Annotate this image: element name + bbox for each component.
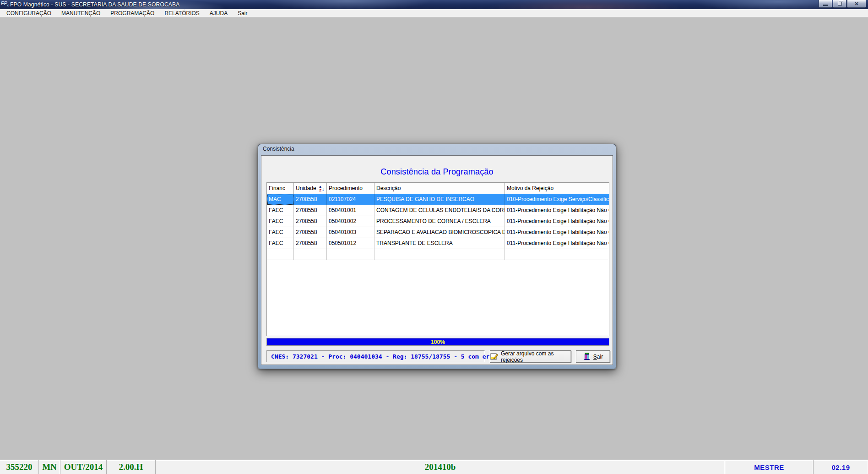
rejections-grid: Financ UnidadeAZ↓ Procedimento Descrição… — [266, 182, 609, 336]
menu-manutencao[interactable]: MANUTENÇÃO — [56, 9, 105, 17]
table-row[interactable]: FAEC 2708558 050501012 TRANSPLANTE DE ES… — [267, 238, 609, 249]
generate-file-icon — [490, 353, 498, 360]
consistencia-dialog: Consistência Consistência da Programação… — [258, 144, 616, 369]
grid-header-row: Financ UnidadeAZ↓ Procedimento Descrição… — [267, 183, 609, 194]
menu-sair[interactable]: Sair — [233, 9, 252, 17]
status-bar: 355220 MN OUT/2014 2.00.H 201410b MESTRE… — [0, 460, 868, 474]
progress-gauge: 100% — [266, 338, 609, 346]
col-unidade[interactable]: UnidadeAZ↓ — [294, 183, 327, 194]
table-row[interactable]: FAEC 2708558 050401002 PROCESSAMENTO DE … — [267, 216, 609, 227]
statusbar-user: MESTRE — [725, 460, 814, 474]
exit-button[interactable]: Sair — [576, 350, 610, 363]
restore-icon — [838, 2, 842, 5]
statusbar-period: OUT/2014 — [60, 460, 107, 474]
generate-rejections-file-button[interactable]: Gerar arquivo com as rejeições — [490, 350, 571, 363]
close-icon: ✕ — [854, 1, 858, 6]
col-descricao[interactable]: Descrição — [374, 183, 505, 194]
table-row[interactable]: MAC 2708558 021107024 PESQUISA DE GANHO … — [267, 194, 609, 205]
statusbar-file: 201410b — [156, 460, 725, 474]
close-button[interactable]: ✕ — [847, 0, 866, 8]
window-titlebar: FPo FPO Magnético - SUS - SECRETARIA DA … — [0, 0, 868, 9]
table-row-empty[interactable] — [267, 249, 609, 260]
menu-configuracao[interactable]: CONFIGURAÇÃO — [1, 9, 56, 17]
generate-button-label: Gerar arquivo com as rejeições — [501, 350, 571, 363]
client-area: Consistência Consistência da Programação… — [0, 17, 868, 460]
minimize-button[interactable] — [819, 0, 832, 8]
progress-label: 100% — [267, 338, 609, 346]
statusbar-municipality-code: 355220 — [0, 460, 39, 474]
sort-az-icon: AZ↓ — [319, 185, 325, 192]
dialog-body: Consistência da Programação Financ Unida… — [261, 155, 613, 365]
window-controls: ✕ — [818, 0, 866, 8]
exit-button-label: Sair — [593, 354, 603, 360]
col-procedimento[interactable]: Procedimento — [327, 183, 374, 194]
col-financ[interactable]: Financ — [267, 183, 294, 194]
cnes-status-panel: CNES: 7327021 - Proc: 040401034 - Reg: 1… — [266, 350, 485, 362]
window-title: FPO Magnético - SUS - SECRETARIA DA SAUD… — [10, 0, 179, 9]
cnes-status-text: CNES: 7327021 - Proc: 040401034 - Reg: 1… — [271, 353, 497, 360]
menu-ajuda[interactable]: AJUDA — [205, 9, 233, 17]
dialog-heading: Consistência da Programação — [261, 167, 613, 177]
menu-programacao[interactable]: PROGRAMAÇÃO — [105, 9, 159, 17]
table-row[interactable]: FAEC 2708558 050401003 SEPARACAO E AVALI… — [267, 227, 609, 238]
statusbar-mode: MN — [39, 460, 60, 474]
exit-door-icon — [583, 353, 591, 360]
col-motivo[interactable]: Motivo da Rejeição — [505, 183, 609, 194]
dialog-title: Consistência — [263, 146, 294, 152]
statusbar-version-hours: 2.00.H — [107, 460, 156, 474]
statusbar-app-version: 02.19 — [814, 460, 868, 474]
table-row[interactable]: FAEC 2708558 050401001 CONTAGEM DE CELUL… — [267, 205, 609, 216]
menu-relatorios[interactable]: RELATÓRIOS — [159, 9, 204, 17]
restore-button[interactable] — [833, 0, 846, 8]
menu-bar: CONFIGURAÇÃO MANUTENÇÃO PROGRAMAÇÃO RELA… — [0, 9, 868, 17]
minimize-icon — [823, 5, 828, 6]
